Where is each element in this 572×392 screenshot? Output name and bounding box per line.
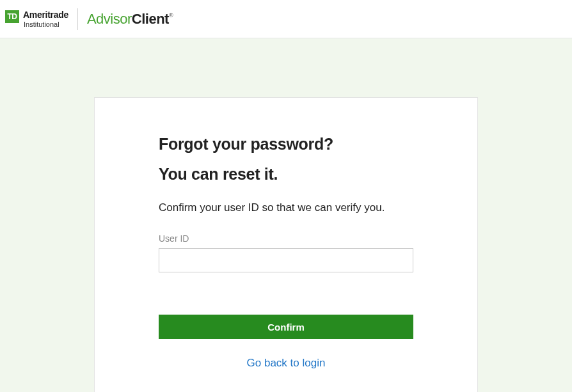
logo-divider <box>77 8 78 30</box>
advisor-text: Advisor <box>87 11 132 27</box>
ameritrade-text: Ameritrade <box>23 10 68 19</box>
confirm-button[interactable]: Confirm <box>159 315 413 339</box>
back-to-login-link[interactable]: Go back to login <box>159 357 413 370</box>
site-header: TD Ameritrade Institutional AdvisorClien… <box>0 0 572 38</box>
td-box-icon: TD <box>5 10 19 23</box>
client-text: Client <box>132 11 169 27</box>
logo-group: TD Ameritrade Institutional AdvisorClien… <box>5 8 173 30</box>
user-id-label: User ID <box>159 233 413 244</box>
institutional-text: Institutional <box>24 21 68 28</box>
heading-reset: You can reset it. <box>159 165 413 184</box>
user-id-input[interactable] <box>159 248 413 272</box>
advisor-client-logo: AdvisorClient® <box>87 11 173 27</box>
instruction-text: Confirm your user ID so that we can veri… <box>159 201 413 214</box>
reset-password-card: Forgot your password? You can reset it. … <box>94 97 478 392</box>
td-ameritrade-logo: TD Ameritrade Institutional <box>5 10 68 28</box>
td-text-wrap: Ameritrade Institutional <box>23 10 68 28</box>
registered-icon: ® <box>169 12 173 19</box>
heading-forgot: Forgot your password? <box>159 135 413 153</box>
